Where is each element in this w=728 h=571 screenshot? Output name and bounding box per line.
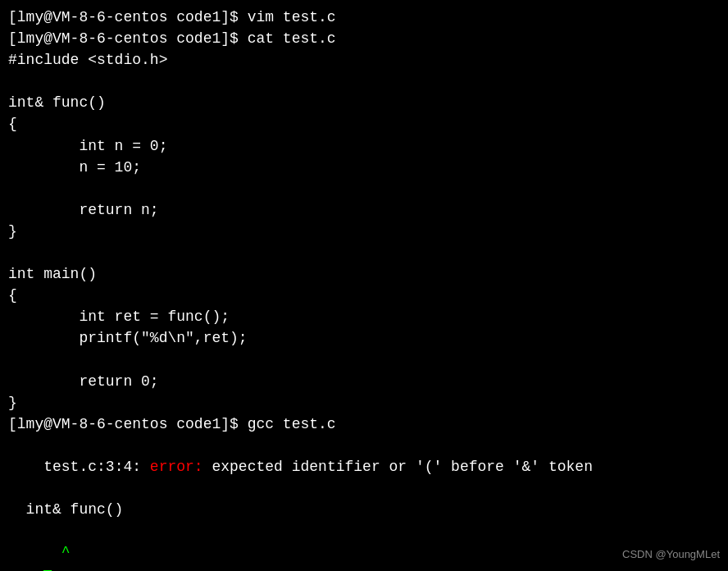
line-22: int& func() bbox=[8, 499, 720, 520]
line-14: { bbox=[8, 285, 720, 306]
line-blank-4 bbox=[8, 349, 720, 371]
line-5: int& func() bbox=[8, 92, 720, 113]
line-15: int ret = func(); bbox=[8, 306, 720, 327]
line-1: [lmy@VM-8-6-centos code1]$ vim test.c bbox=[8, 7, 720, 28]
line-19: } bbox=[8, 392, 720, 413]
error-keyword: error: bbox=[150, 459, 203, 475]
line-3: #include <stdio.h> bbox=[8, 49, 720, 71]
line-11: } bbox=[8, 221, 720, 242]
error-line: test.c:3:4: error: expected identifier o… bbox=[8, 435, 720, 499]
line-8: n = 10; bbox=[8, 157, 720, 178]
line-2: [lmy@VM-8-6-centos code1]$ cat test.c bbox=[8, 28, 720, 49]
caret-line: ^ bbox=[8, 520, 720, 571]
watermark: CSDN @YoungMLet bbox=[622, 547, 720, 563]
line-20: [lmy@VM-8-6-centos code1]$ gcc test.c bbox=[8, 413, 720, 435]
line-10: return n; bbox=[8, 199, 720, 221]
line-18: return 0; bbox=[8, 371, 720, 392]
line-blank-1 bbox=[8, 71, 720, 92]
terminal: [lmy@VM-8-6-centos code1]$ vim test.c [l… bbox=[0, 0, 728, 571]
caret-symbol: ^ bbox=[43, 544, 70, 560]
line-7: int n = 0; bbox=[8, 135, 720, 157]
error-suffix: expected identifier or '(' before '&' to… bbox=[203, 459, 593, 475]
line-16: printf("%d\n",ret); bbox=[8, 327, 720, 349]
line-blank-3 bbox=[8, 242, 720, 263]
line-6: { bbox=[8, 113, 720, 135]
line-blank-2 bbox=[8, 178, 720, 199]
line-13: int main() bbox=[8, 263, 720, 285]
error-prefix: test.c:3:4: bbox=[43, 459, 150, 475]
